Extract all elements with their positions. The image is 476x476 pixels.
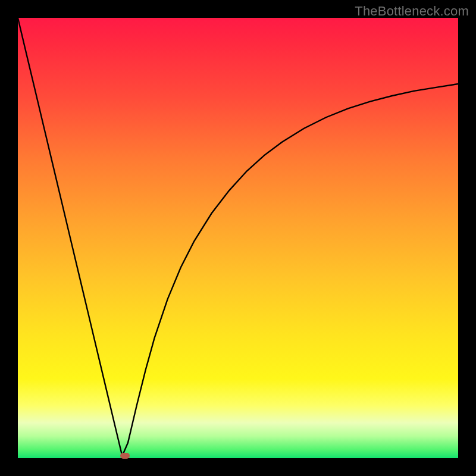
bottleneck-curve: [18, 18, 458, 458]
chart-frame: TheBottleneck.com: [0, 0, 476, 476]
attribution-text: TheBottleneck.com: [355, 4, 469, 19]
optimal-point-marker: [120, 453, 130, 459]
plot-area: [18, 18, 458, 458]
